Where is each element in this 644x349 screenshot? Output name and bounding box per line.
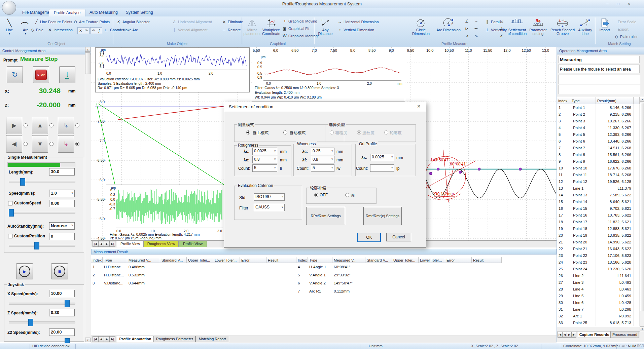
custom-position-slider[interactable] — [9, 245, 75, 247]
move-left-button[interactable]: ◀ — [6, 135, 22, 153]
measure-tool-1[interactable]: − — [474, 18, 480, 24]
result-table-row[interactable]: 32Arc 1R0.092 — [557, 313, 640, 319]
ok-button[interactable]: OK — [357, 233, 381, 242]
prev-page-icon[interactable]: ◀ — [562, 332, 567, 338]
result-table-row[interactable]: 21Point 2014.990, 5.622 — [557, 239, 640, 245]
stop-button[interactable]: STOP — [33, 66, 49, 83]
rpc-rsm-settings-button[interactable]: RPc/Rsm Settings — [306, 207, 345, 225]
length-slider-thumb[interactable] — [20, 178, 25, 186]
waviness-chart-window[interactable]: μm0.90.5-0.5-0.90.01.02.0mmFilter: Gauss… — [252, 54, 405, 102]
angle-tool-3[interactable]: ⊿ — [464, 33, 470, 39]
column-header[interactable]: Index — [91, 257, 103, 263]
move-up-radio[interactable] — [49, 123, 53, 127]
column-header[interactable]: Error — [445, 257, 472, 263]
minimize-button[interactable]: ─ — [602, 1, 612, 7]
column-header[interactable]: Type — [308, 257, 332, 263]
result-table-row[interactable]: 11Point 1118.714, 6.268 — [557, 171, 640, 178]
column-header[interactable]: Result — [472, 257, 502, 263]
joystick-x-slider-thumb[interactable] — [65, 300, 70, 307]
move-up-button[interactable]: ▲ — [32, 117, 48, 134]
waveness-lf-dropdown[interactable]: 0.8 ∨ — [311, 156, 334, 163]
measurement-row[interactable]: 7Arc R10.112mm — [296, 287, 557, 295]
start-measure-button[interactable]: ▶ — [16, 263, 33, 279]
result-table-row[interactable]: 31Line 7L0.298 — [557, 306, 640, 313]
measure-tool-2[interactable]: ( — [474, 26, 480, 31]
graphical-moving-button[interactable]: + Graphical Moving — [282, 18, 317, 24]
goto-origin-button[interactable]: ↻ — [7, 66, 23, 83]
tab-system-setting[interactable]: System Setting — [121, 9, 158, 16]
auxiliary-line-button[interactable]: L Auxiliary Line — [576, 17, 595, 41]
cancel-button[interactable]: Cancel — [386, 233, 411, 241]
parameter-setting-button[interactable]: Ra Parameter setting — [528, 17, 548, 41]
last-page-icon[interactable]: ▶| — [572, 332, 576, 338]
tab-profile-view-2[interactable]: Profile View — [179, 241, 207, 247]
move-path1-button[interactable]: ↳ — [58, 117, 74, 134]
result-table-row[interactable]: 10Point 1017.676, 6.268 — [557, 165, 640, 171]
plain-roller-button[interactable]: ◇ Plain roller — [614, 34, 638, 39]
ori-count-dropdown[interactable]: ∨ — [370, 164, 394, 172]
move-path1-radio[interactable] — [75, 123, 79, 127]
first-page-icon[interactable]: |◀ — [93, 241, 98, 247]
roughness-chart-window[interactable]: μm6.13.0-3.0-6.10.01.02.0Evaluation crit… — [95, 47, 250, 92]
scrollbar-thumb[interactable] — [640, 103, 644, 311]
ori-ls-dropdown[interactable]: 0.0025 ∨ — [370, 154, 394, 161]
download-button[interactable]: ↓ — [59, 66, 75, 83]
result-table-row[interactable]: 9Point 916.622, 6.266 — [557, 158, 640, 165]
result-table-row[interactable]: 18Point 1711.822, 5.621 — [557, 219, 640, 225]
measurement-row[interactable]: 1H.Distanc...0.488mm — [91, 263, 296, 271]
line-feature-points-button[interactable]: ╱ Line Feature Points — [34, 19, 72, 25]
column-header[interactable]: Result — [266, 257, 296, 263]
rmr-settings-button[interactable]: Rmr/Rmr(c) Settings — [363, 207, 402, 225]
profile-tool-3[interactable]: ∡ — [499, 33, 505, 39]
arc-feature-points-button[interactable]: ⊙ Arc Feature Points — [73, 19, 110, 25]
result-table-row[interactable]: 20Point 1913.935, 5.622 — [557, 232, 640, 239]
graphical-montage-button[interactable]: W Graphical Montage — [282, 33, 320, 39]
result-table-row[interactable]: 24Point 2318.166, 5.628 — [557, 259, 640, 266]
length-slider[interactable] — [9, 181, 75, 183]
stop-measure-button[interactable]: ■ — [51, 263, 68, 279]
waveness-lc-dropdown[interactable]: 0.25 ∨ — [311, 148, 334, 155]
result-table-row[interactable]: 12Point 1219.526, 6.128 — [557, 178, 640, 185]
arc-dimension-button[interactable]: r Arc Dimension — [435, 17, 462, 41]
joystick-z-slider-thumb[interactable] — [28, 319, 33, 326]
move-path2-radio[interactable] — [75, 142, 79, 146]
angular-bisector-button[interactable]: ∡ Angular Bisector — [116, 19, 150, 25]
move-down-button[interactable]: ▼ — [32, 135, 48, 153]
result-table-row[interactable]: 2Point 29.215, 6.266 — [557, 111, 640, 118]
compensation-off-radio[interactable] — [314, 193, 318, 197]
import-button[interactable]: Import — [596, 17, 613, 41]
scroll-down-icon[interactable]: ▼ — [85, 338, 91, 342]
column-header[interactable]: Error — [240, 257, 266, 263]
result-table-row[interactable]: 15Point 148.640, 5.621 — [557, 198, 640, 205]
length-input[interactable]: 30.0 — [49, 168, 75, 176]
custom-speed-input[interactable]: 0.00 — [49, 200, 75, 207]
result-table-row[interactable]: 16Point 159.702, 5.621 — [557, 205, 640, 212]
result-table-row[interactable]: 26Line 2L11.641 — [557, 272, 640, 279]
next-page-icon[interactable]: ▶ — [104, 241, 110, 247]
result-table-row[interactable]: 5Point 512.393, 6.266 — [557, 131, 640, 138]
profile-tool-1[interactable]: ∟ — [499, 18, 505, 24]
waveness-count-dropdown[interactable]: 5 ∨ — [311, 164, 334, 172]
measurement-row[interactable]: 4H.Angle 160°08'41" — [296, 263, 557, 271]
roughness-count-dropdown[interactable]: 5 ∨ — [252, 164, 277, 172]
angle-tool-1[interactable]: ∠ — [464, 18, 470, 24]
tab-matching-report[interactable]: Matching Report — [195, 336, 229, 342]
column-header[interactable]: Lower Toler... — [419, 257, 445, 263]
result-table-scrollbar[interactable]: ▲ ▼ — [640, 97, 644, 331]
result-table-row[interactable]: 17Point 1610.763, 5.622 — [557, 212, 640, 219]
custom-speed-slider[interactable] — [9, 212, 75, 214]
tab-auto-measuring[interactable]: Auto Measuring — [85, 9, 122, 16]
any-distance-button[interactable]: + Any Distance — [315, 17, 335, 41]
next-page-icon[interactable]: ▶ — [567, 332, 572, 338]
result-table-row[interactable]: 13Line 1L11.379 — [557, 185, 640, 192]
column-header-type[interactable]: Type — [570, 97, 596, 104]
result-table-row[interactable]: 27Line 3L0.493 — [557, 279, 640, 286]
joystick-z2-speed-input[interactable]: 20.00 — [49, 328, 75, 336]
workpiece-coordinate-button[interactable]: Workpiece Coordinate — [261, 17, 281, 41]
settlement-of-condition-button[interactable]: Settlement of condition — [506, 17, 528, 41]
joystick-x-speed-input[interactable]: 10.00 — [49, 290, 75, 297]
tab-profile-annotation[interactable]: Profile Annotation — [117, 336, 154, 342]
result-table-row[interactable]: 33Point 258.618, 5.713 — [557, 319, 640, 326]
move-right-radio[interactable] — [24, 123, 28, 127]
dialog-close-icon[interactable]: ✕ — [415, 104, 423, 109]
